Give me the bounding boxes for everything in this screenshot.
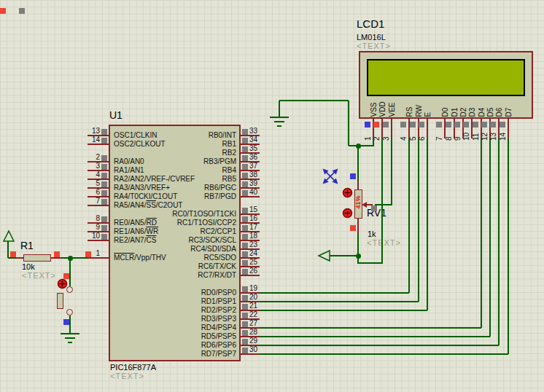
ground-symbol bbox=[61, 333, 79, 334]
ground-symbol bbox=[274, 121, 284, 122]
wire-segment[interactable] bbox=[481, 138, 482, 328]
u1-pin-label: RD7/PSP7 bbox=[120, 350, 236, 358]
wire-segment[interactable] bbox=[279, 101, 280, 118]
lcd-pin-name: VSS bbox=[370, 87, 378, 117]
rv1-decrease-button[interactable] bbox=[342, 208, 353, 219]
lcd-part: LM016L bbox=[357, 33, 386, 42]
wire-segment[interactable] bbox=[8, 257, 16, 259]
lcd-pin-number: 12 bbox=[481, 126, 489, 141]
wire-segment[interactable] bbox=[498, 138, 500, 345]
wire-segment[interactable] bbox=[7, 241, 9, 258]
schematic-canvas[interactable]: U1 PIC16F877A <TEXT> LCD1 LM016L <TEXT> … bbox=[0, 0, 544, 392]
u1-pin-label: RB2 bbox=[120, 149, 236, 157]
u1-pin-number: 3 bbox=[77, 162, 100, 170]
power-terminal-icon[interactable] bbox=[3, 230, 15, 243]
wire-segment[interactable] bbox=[508, 138, 509, 354]
u1-pin-label: RB4 bbox=[120, 167, 236, 174]
lcd-pin-name: D7 bbox=[505, 87, 513, 117]
u1-pin-number: 25 bbox=[249, 259, 257, 266]
lcd-pin-number: 3 bbox=[383, 126, 390, 141]
u1-pin-number: 36 bbox=[249, 154, 257, 161]
u1-pin-stub bbox=[88, 240, 109, 241]
pin-state-square bbox=[63, 273, 69, 279]
wire-segment[interactable] bbox=[348, 101, 349, 146]
pin-state-square bbox=[242, 251, 248, 257]
u1-pin-label: RC1/T1OSI/CCP2 bbox=[120, 219, 236, 227]
wire-segment[interactable] bbox=[427, 138, 428, 310]
u1-pin-number: 13 bbox=[77, 128, 100, 135]
u1-pin-number: 14 bbox=[77, 136, 100, 144]
wire-segment[interactable] bbox=[357, 233, 359, 256]
u1-pin-number: 26 bbox=[249, 267, 257, 275]
wire-segment[interactable] bbox=[349, 145, 373, 146]
wire-segment[interactable] bbox=[381, 138, 383, 263]
rv1-value: 1k bbox=[368, 230, 376, 238]
pin-state-square bbox=[242, 138, 248, 144]
ground-symbol bbox=[65, 337, 75, 339]
wire-segment[interactable] bbox=[375, 204, 392, 205]
lcd-pin-name: D2 bbox=[459, 87, 467, 117]
wire-segment[interactable] bbox=[61, 257, 88, 259]
lcd-pin-number: 5 bbox=[410, 126, 417, 141]
wire-segment[interactable] bbox=[260, 345, 499, 346]
u1-pin-label: RD3/PSP3 bbox=[120, 315, 236, 323]
edge-pin-mark bbox=[19, 8, 25, 14]
wire-segment[interactable] bbox=[279, 100, 349, 101]
u1-pin-number: 7 bbox=[77, 197, 100, 205]
wire-segment[interactable] bbox=[260, 336, 490, 337]
u1-pin-label: RC7/RX/DT bbox=[120, 272, 236, 279]
wire-segment[interactable] bbox=[408, 138, 410, 293]
wire-segment[interactable] bbox=[373, 138, 374, 146]
pin-state-square bbox=[371, 205, 377, 211]
rv1-pin-stub bbox=[357, 219, 359, 233]
u1-pin-number: 22 bbox=[249, 311, 257, 318]
lcd-pin-number: 14 bbox=[500, 126, 507, 141]
pushbutton-terminal-bottom[interactable] bbox=[66, 309, 73, 315]
lcd-pin-name: D5 bbox=[486, 87, 494, 117]
pushbutton-actuator[interactable] bbox=[57, 278, 68, 289]
pin-state-square bbox=[350, 225, 356, 231]
pin-state-square bbox=[242, 295, 248, 301]
wire-segment[interactable] bbox=[489, 138, 491, 337]
wire-segment[interactable] bbox=[69, 315, 71, 334]
u1-pin-label: RD2/PSP2 bbox=[120, 307, 236, 314]
u1-pin-number: 39 bbox=[249, 180, 257, 187]
wire-segment[interactable] bbox=[69, 258, 71, 286]
junction-dot bbox=[356, 144, 361, 149]
lcd-pin-number: 1 bbox=[365, 126, 372, 141]
u1-pin-stub bbox=[88, 257, 109, 259]
rv1-increase-button[interactable] bbox=[342, 187, 353, 198]
u1-pin-number: 8 bbox=[77, 215, 100, 222]
wire-segment[interactable] bbox=[260, 310, 427, 311]
wire-segment[interactable] bbox=[357, 146, 359, 181]
r1-pin-stub bbox=[16, 257, 23, 259]
pin-state-square bbox=[101, 216, 107, 222]
u1-pin-number: 4 bbox=[77, 171, 100, 179]
lcd-pin-stub bbox=[508, 119, 509, 138]
pin-state-square bbox=[242, 313, 248, 318]
wire-segment[interactable] bbox=[260, 353, 508, 355]
wire-segment[interactable] bbox=[260, 292, 409, 294]
r1-resistor-body[interactable] bbox=[23, 254, 51, 262]
pin-state-square bbox=[101, 225, 107, 231]
pin-state-square bbox=[242, 330, 248, 336]
wire-segment[interactable] bbox=[391, 138, 392, 205]
lcd-pin-name: D3 bbox=[468, 87, 476, 117]
pin-state-square bbox=[242, 304, 248, 310]
wire-segment[interactable] bbox=[418, 138, 419, 302]
lcd-pin-name: D4 bbox=[478, 87, 486, 117]
pin-state-square bbox=[242, 286, 248, 292]
u1-pin-number: 30 bbox=[249, 346, 257, 353]
origin-crosshair-icon bbox=[321, 167, 340, 186]
u1-pin-number: 38 bbox=[249, 171, 257, 179]
wire-segment[interactable] bbox=[330, 255, 358, 256]
pushbutton-plunger[interactable] bbox=[57, 293, 63, 309]
pin-state-square bbox=[350, 173, 356, 179]
u1-pin-number: 18 bbox=[249, 232, 257, 240]
wire-segment[interactable] bbox=[260, 327, 481, 329]
wire-segment[interactable] bbox=[358, 262, 383, 264]
wire-segment[interactable] bbox=[260, 301, 419, 302]
u1-pin-number: 2 bbox=[77, 154, 100, 161]
lcd-pin-name: D0 bbox=[441, 87, 449, 117]
u1-pin-number: 33 bbox=[249, 128, 257, 135]
